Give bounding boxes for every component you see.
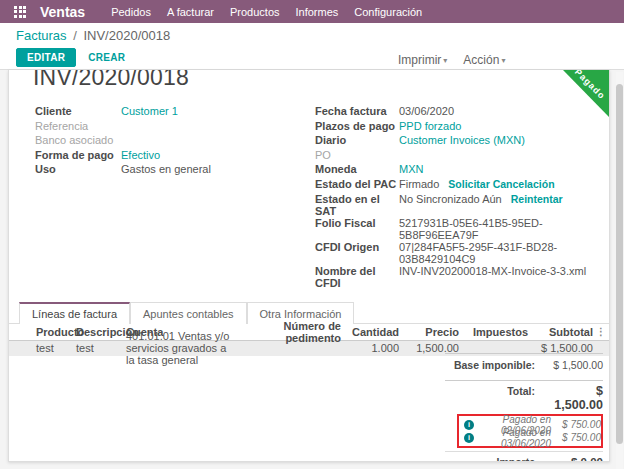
field-po: PO [315,149,595,164]
col-descripcion[interactable]: Descripción [76,326,126,338]
odoo-window: Ventas Pedidos A facturar Productos Info… [0,0,624,469]
edit-button[interactable]: EDITAR [16,48,76,67]
field-cfdi-origen: CFDI Origen 07|284FA5F5-295F-431F-BD28-0… [315,241,595,265]
vertical-scrollbar[interactable] [616,72,623,469]
menu-informes[interactable]: Informes [296,6,339,18]
field-fecha-factura: Fecha factura 03/06/2020 [315,105,595,120]
action-dropdown[interactable]: Acción▾ [463,53,505,67]
payment-label: Pagado en 03/06/2020 [480,427,551,449]
field-referencia: Referencia [35,120,307,135]
field-label: Cliente [35,105,121,117]
top-menu: Pedidos A facturar Productos Informes Co… [111,6,422,18]
caret-down-icon: ▾ [443,56,447,65]
optional-columns-icon[interactable]: ⋮ [593,326,609,337]
fields-right-column: Fecha factura 03/06/2020 Plazos de pago … [315,105,595,289]
col-numero-de-pedimento[interactable]: Número de pedimento [236,320,341,344]
total-value: $ 1,500.00 [545,384,603,412]
cliente-value-link[interactable]: Customer 1 [121,105,178,117]
total-row: Total: $ 1,500.00 [445,380,603,412]
menu-configuracion[interactable]: Configuración [354,6,422,18]
field-label: Estado en el SAT [315,193,399,217]
caret-down-icon: ▾ [501,56,505,65]
info-icon[interactable]: i [464,420,474,430]
paid-ribbon: Pagado [563,70,609,117]
total-label: Total: [445,385,535,397]
field-label: Moneda [315,163,399,175]
field-label: Uso [35,163,121,175]
menu-a-facturar[interactable]: A facturar [167,6,214,18]
col-impuestos[interactable]: Impuestos [459,326,521,338]
apps-grid-icon[interactable] [14,6,26,18]
payment-row: i Pagado en 03/06/2020 $ 750.00 [464,431,601,444]
invoice-sheet: Pagado INV/2020/0018 Cliente Customer 1 … [8,70,610,462]
solicitar-cancelacion-button[interactable]: Solicitar Cancelación [448,178,554,190]
create-button[interactable]: CREAR [88,52,125,63]
tab-lineas-de-factura[interactable]: Líneas de factura [19,302,130,324]
field-folio-fiscal: Folio Fiscal 5217931B-05E6-41B5-95ED-5B8… [315,217,595,241]
app-name[interactable]: Ventas [40,4,85,20]
moneda-value-link[interactable]: MXN [399,163,423,175]
folio-fiscal-value: 5217931B-05E6-41B5-95ED-5B8F96EEA79F [399,217,595,241]
cell-cantidad: 1.000 [341,342,399,354]
field-uso: Uso Gastos en general [35,163,307,178]
importe-adeudado-label: Importe adeudado: [445,456,535,462]
payment-amount: $ 750.00 [551,419,601,430]
base-imponible-value: $ 1,500.00 [545,359,603,371]
field-moneda: Moneda MXN [315,163,595,178]
fecha-factura-value: 03/06/2020 [399,105,454,117]
table-header-row: Producto Descripción Cuenta Número de pe… [9,324,609,341]
field-label: Referencia [35,120,121,132]
scrollbar-thumb[interactable] [616,84,623,444]
invoice-lines-table: Producto Descripción Cuenta Número de pe… [9,324,609,356]
forma-de-pago-value-link[interactable]: Efectivo [121,149,160,161]
reintentar-button[interactable]: Reintentar [511,193,563,205]
invoice-fields: Cliente Customer 1 Referencia Banco asoc… [35,105,595,289]
field-diario: Diario Customer Invoices (MXN) [315,134,595,149]
payment-amount: $ 750.00 [551,432,601,443]
field-label: Plazos de pago [315,120,399,132]
field-estado-del-pac: Estado del PAC Firmado Solicitar Cancela… [315,178,595,193]
field-label: Nombre del CFDI [315,265,399,289]
control-panel: Facturas / INV/2020/0018 EDITAR CREAR Im… [0,23,624,70]
field-banco-asociado: Banco asociado [35,134,307,149]
col-precio[interactable]: Precio [399,326,459,338]
cfdi-origen-value: 07|284FA5F5-295F-431F-BD28-03B8429104C9 [399,241,595,265]
col-subtotal[interactable]: Subtotal [521,326,593,338]
invoice-title: INV/2020/0018 [33,70,609,91]
estado-del-pac-value: Firmado [399,178,439,190]
base-imponible-label: Base imponible: [445,359,535,371]
payments-highlight-box: i Pagado en 02/06/2020 $ 750.00 i Pagado… [457,414,603,448]
menu-productos[interactable]: Productos [230,6,280,18]
field-nombre-del-cfdi: Nombre del CFDI INV-INV20200018-MX-Invoi… [315,265,595,289]
field-label: Folio Fiscal [315,217,399,229]
base-imponible-row: Base imponible: $ 1,500.00 [445,353,603,371]
notebook: Líneas de factura Apuntes contables Otra… [9,302,609,356]
field-label: CFDI Origen [315,241,399,253]
fields-left-column: Cliente Customer 1 Referencia Banco asoc… [35,105,307,289]
info-icon[interactable]: i [464,433,474,443]
diario-value-link[interactable]: Customer Invoices (MXN) [399,134,525,146]
breadcrumb-facturas[interactable]: Facturas [16,28,67,43]
cell-producto: test [9,342,76,354]
breadcrumb-separator: / [73,28,77,43]
importe-adeudado-row: Importe adeudado: $ 0.00 [445,451,603,462]
totals-block: Base imponible: $ 1,500.00 Total: $ 1,50… [445,353,603,462]
col-producto[interactable]: Producto [9,326,76,338]
print-dropdown[interactable]: Imprimir▾ [398,53,447,67]
field-estado-en-el-sat: Estado en el SAT No Sincronizado Aún Rei… [315,193,595,217]
menu-pedidos[interactable]: Pedidos [111,6,151,18]
nombre-del-cfdi-value: INV-INV20200018-MX-Invoice-3-3.xml [399,265,586,277]
field-label: Diario [315,134,399,146]
breadcrumb-current: INV/2020/0018 [83,28,170,43]
col-cantidad[interactable]: Cantidad [341,326,399,338]
estado-en-el-sat-value: No Sincronizado Aún [399,193,502,205]
plazos-de-pago-value-link[interactable]: PPD forzado [399,120,461,132]
paid-ribbon-label: Pagado [563,70,609,112]
field-plazos-de-pago: Plazos de pago PPD forzado [315,120,595,135]
field-label: Estado del PAC [315,178,399,190]
field-label: Fecha factura [315,105,399,117]
tab-apuntes-contables[interactable]: Apuntes contables [130,302,247,324]
field-label: Banco asociado [35,134,121,146]
field-forma-de-pago: Forma de pago Efectivo [35,149,307,164]
cell-cuenta: 401.01.01 Ventas y/o servicios gravados … [126,330,236,366]
